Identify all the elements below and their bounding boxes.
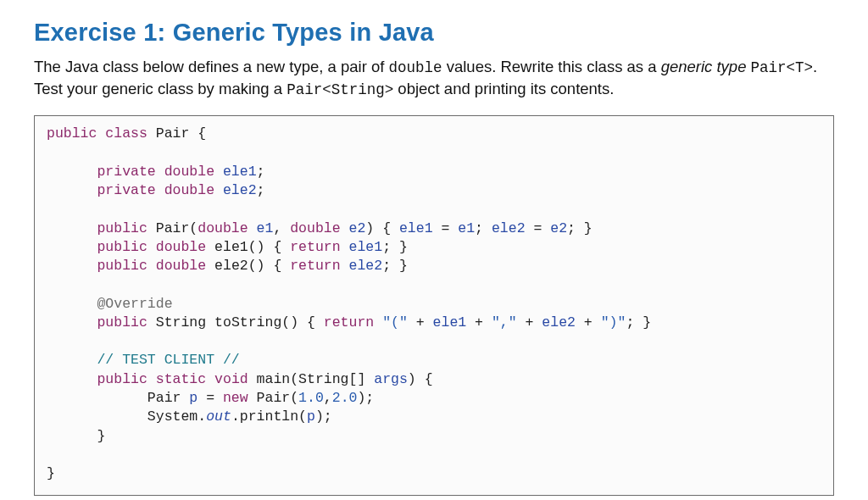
id-e1: e1 (458, 220, 475, 236)
id-ele1: ele1 (223, 164, 257, 180)
comment-test: // TEST CLIENT // (97, 352, 239, 368)
id-p: p (189, 390, 198, 406)
desc-italic-generic: generic type (661, 58, 747, 75)
method-main: main (257, 371, 291, 387)
id-out: out (206, 408, 231, 425)
kw-double: double (164, 164, 214, 180)
document-page: Exercise 1: Generic Types in Java The Ja… (0, 0, 868, 500)
kw-public: public (97, 220, 147, 236)
id-ele1: ele1 (433, 314, 467, 331)
name-pair: Pair (147, 390, 181, 406)
id-e1: e1 (257, 220, 274, 236)
kw-double: double (290, 220, 340, 236)
kw-double: double (164, 182, 214, 198)
id-p: p (307, 408, 315, 425)
kw-public: public (97, 258, 147, 274)
id-e2: e2 (349, 220, 366, 236)
desc-text: object and printing its contents. (393, 80, 614, 97)
exercise-heading: Exercise 1: Generic Types in Java (34, 19, 834, 47)
name-string: String (156, 314, 206, 331)
method-ele2: ele2 (214, 258, 248, 274)
kw-public: public (97, 239, 147, 255)
kw-public: public (97, 314, 147, 331)
method-tostring: toString (214, 314, 281, 331)
annotation-override: @Override (97, 296, 172, 312)
desc-mono-pairt: Pair<T> (751, 59, 814, 76)
id-args: args (374, 371, 408, 387)
name-system: System (147, 408, 198, 425)
id-e2: e2 (550, 220, 567, 236)
str-close: ")" (601, 314, 626, 331)
name-pair: Pair (257, 390, 291, 406)
name-pair: Pair (156, 220, 190, 236)
kw-class: class (105, 125, 147, 142)
kw-return: return (290, 258, 340, 274)
kw-new: new (223, 390, 248, 406)
kw-private: private (97, 164, 155, 180)
kw-double: double (198, 220, 248, 236)
id-ele1: ele1 (399, 220, 433, 236)
desc-text: values. Rewrite this class as a (442, 58, 661, 75)
kw-double: double (156, 239, 206, 255)
kw-public: public (97, 371, 147, 387)
method-ele1: ele1 (214, 239, 248, 255)
id-ele2: ele2 (492, 220, 526, 236)
str-open: "(" (382, 314, 408, 331)
name-println: println (240, 408, 298, 425)
id-ele1: ele1 (349, 239, 383, 255)
kw-private: private (97, 182, 155, 198)
id-ele2: ele2 (542, 314, 576, 331)
exercise-description: The Java class below defines a new type,… (34, 57, 834, 100)
id-ele2: ele2 (349, 258, 383, 274)
kw-void: void (214, 371, 248, 387)
desc-mono-double: double (389, 59, 442, 76)
kw-return: return (290, 239, 340, 255)
code-block: public class Pair { private double ele1;… (34, 115, 834, 496)
num-1: 1.0 (298, 390, 324, 406)
name-pair: Pair (156, 125, 190, 142)
kw-double: double (156, 258, 206, 274)
desc-text: The Java class below defines a new type,… (34, 58, 389, 75)
str-comma: "," (492, 314, 517, 331)
kw-return: return (324, 314, 374, 331)
kw-static: static (156, 371, 206, 387)
id-ele2: ele2 (223, 182, 257, 198)
kw-public: public (47, 125, 97, 142)
num-2: 2.0 (332, 390, 358, 406)
desc-mono-pairstring: Pair<String> (287, 81, 393, 98)
name-string: String (298, 371, 348, 387)
